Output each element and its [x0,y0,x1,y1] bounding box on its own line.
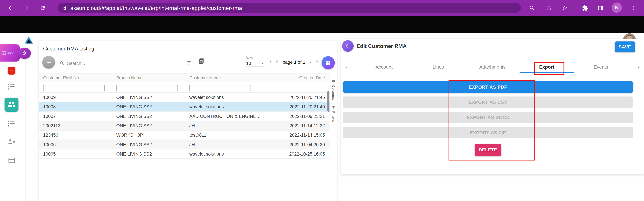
cell-created: 2022-11-14 15:05 [263,133,330,138]
sidebar-item-contacts[interactable] [6,137,16,147]
tab-export[interactable]: Export [520,61,574,73]
forward-arrow-icon [23,4,30,11]
tab-lines[interactable]: Lines [411,61,465,73]
back-button[interactable] [342,40,354,52]
table-row[interactable]: 10006 ONE LIVING SS2 JH 2022-11-04 20:20 [39,140,330,149]
nav-logo-placeholder: logo [0,44,20,61]
multi-view-button[interactable] [198,58,205,64]
delete-button[interactable]: DELETE [475,144,501,156]
search-input[interactable] [67,60,193,65]
sidebar-item-pdf[interactable]: PDF [6,66,16,76]
save-button[interactable]: SAVE [615,41,635,52]
table-row-selected[interactable]: 10008 ONE LIVING SS2 wavelet solutions 2… [39,102,330,112]
cell-created: 2022-11-14 12:32 [263,123,330,128]
sidebar-item-table[interactable] [6,155,16,165]
cell-rma-no: 10006 [39,142,112,147]
browser-profile-avatar[interactable]: N [612,2,622,13]
columns-icon [332,79,336,83]
chevron-down-icon [260,61,264,65]
cell-customer: wavelet solutions [185,151,263,156]
browser-extensions-button[interactable] [580,3,590,13]
rma-table: Customer RMA No Branch Name Customer Nam… [39,73,330,159]
browser-back-button[interactable] [6,3,16,13]
cell-branch: ONE LIVING SS2 [112,95,185,100]
table-row[interactable]: 10009 ONE LIVING SS2 wavelet solutions 2… [39,93,330,102]
cell-created: 2022-11-04 20:20 [263,142,330,147]
cell-rma-no: 10005 [39,151,112,156]
tabs-scroll-left-button[interactable] [342,63,350,71]
people-icon [7,100,16,109]
export-as-zip-button[interactable]: EXPORT AS ZIP [343,127,633,139]
add-rma-button[interactable] [42,56,55,69]
browser-bookmark-button[interactable] [560,3,570,13]
cell-rma-no: 2002113 [39,123,112,128]
table-icon [8,156,16,164]
chevron-left-icon [344,64,349,70]
browser-reload-button[interactable] [38,3,48,13]
columns-panel-toggle[interactable]: Columns [332,85,336,100]
column-header-branch[interactable]: Branch Name [112,75,185,80]
rows-per-page-select[interactable]: 10 [246,59,264,67]
column-header-customer[interactable]: Customer Name [185,75,263,80]
search-icon [529,5,535,11]
rows-label: Rows [246,56,266,59]
browser-sidepanel-button[interactable] [596,3,606,13]
rows-per-page-value: 10 [246,61,251,66]
export-as-docx-button[interactable]: EXPORT AS DOCX [343,112,633,123]
table-row[interactable]: 2002113 ONE LIVING SS2 JH 2022-11-14 12:… [39,121,330,130]
filter-input-branch[interactable] [116,85,178,91]
vertical-scrollbar[interactable] [327,91,329,112]
browser-share-button[interactable] [544,3,554,13]
cell-rma-no: 10007 [39,114,112,119]
tab-attachments[interactable]: Attachments [465,61,520,73]
filter-button[interactable] [186,60,192,66]
cell-created: 2022-10-25 16:05 [263,151,330,156]
table-row[interactable]: 10007 ONE LIVING SS2 AAD CONTRUCTION & E… [39,112,330,121]
first-page-icon [268,59,273,64]
share-icon [546,5,552,11]
pdf-icon: PDF [7,66,16,75]
column-header-rma-no[interactable]: Customer RMA No [39,75,112,80]
sidebar-item-list2[interactable] [6,119,16,129]
grid-icon [325,60,331,66]
tabs-scroll-right-button[interactable] [635,63,642,71]
cell-branch: ONE LIVING SS2 [112,104,185,109]
sidebar-expand-button[interactable] [18,48,31,59]
active-tab-indicator [520,72,574,73]
sidebar-item-customers-active[interactable] [4,98,18,112]
browser-zoom-button[interactable] [527,3,537,13]
chevron-right-icon [308,59,314,64]
filter-input-rma-no[interactable] [43,85,105,91]
address-bar[interactable]: akaun.cloud/#/applet/tnt/wavelet/erp/int… [58,3,521,13]
table-row[interactable]: 10005 ONE LIVING SS2 wavelet solutions 2… [39,149,330,159]
editor-tabs: Account Lines Attachments Export Events [341,61,644,73]
back-arrow-icon [7,4,14,11]
prev-page-button[interactable] [274,59,280,64]
filters-panel-toggle[interactable]: Filters [332,111,336,122]
sidebar-item-listing[interactable] [6,82,16,92]
customer-rma-listing-panel: Customer RMA Listing Rows 10 [39,41,337,201]
cell-customer: AAD CONTRUCTION & ENGINEERI... [185,114,263,119]
first-page-button[interactable] [268,59,273,64]
app-header: akaun [0,15,644,33]
pages-icon [198,58,205,64]
last-page-button[interactable] [315,59,320,64]
export-as-pdf-button[interactable]: EXPORT AS PDF [343,81,633,93]
browser-toolbar: akaun.cloud/#/applet/tnt/wavelet/erp/int… [0,0,644,15]
filter-input-customer[interactable] [190,85,251,91]
tab-account[interactable]: Account [357,61,411,73]
plus-icon [46,59,52,65]
search-icon [60,60,64,65]
browser-menu-button[interactable] [628,3,638,13]
cell-rma-no: 10008 [39,104,112,109]
view-switcher-button[interactable] [322,56,335,69]
cell-created: 2022-11-20 21:45 [263,95,330,100]
tab-events[interactable]: Events [574,61,628,73]
table-row[interactable]: 123456 WORKSHOP test0811 2022-11-14 15:0… [39,131,330,140]
browser-forward-button[interactable] [21,3,31,13]
next-page-button[interactable] [308,59,314,64]
export-as-csv-button[interactable]: EXPORT AS CSV [343,96,633,108]
column-header-created[interactable]: Created Date [263,75,330,80]
cell-rma-no: 10009 [39,95,112,100]
cell-created: 2022-11-09 23:21 [263,114,330,119]
